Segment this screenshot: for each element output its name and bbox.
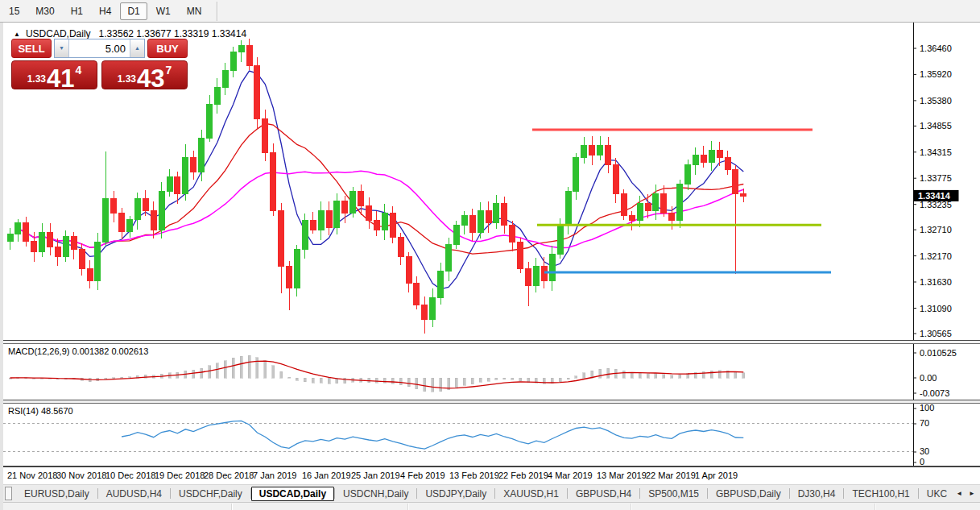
date-tick-label: 4 Feb 2019 bbox=[400, 471, 445, 480]
tab-scroll-right-icon[interactable]: ► bbox=[969, 490, 975, 497]
chart-tab-xauusd-h1[interactable]: XAUUSD,H1 bbox=[495, 487, 567, 501]
date-axis[interactable]: 21 Nov 201830 Nov 201810 Dec 201819 Dec … bbox=[3, 466, 980, 484]
volume-increase-icon[interactable]: ▲ bbox=[130, 39, 144, 57]
buy-button[interactable]: BUY bbox=[147, 39, 188, 58]
chart-tab-audusd-h4[interactable]: AUDUSD,H4 bbox=[98, 487, 170, 501]
chart-tab-bar: EURUSD,DailyAUDUSD,H4USDCHF,DailyUSDCAD,… bbox=[3, 484, 980, 502]
chart-tab-usdcnh-daily[interactable]: USDCNH,Daily bbox=[335, 487, 416, 501]
current-price-label: 1.33414 bbox=[918, 191, 951, 201]
tab-scroll-left-icon[interactable]: ◄ bbox=[956, 490, 962, 497]
volume-decrease-icon[interactable]: ▼ bbox=[55, 39, 69, 57]
status-divider bbox=[231, 504, 233, 510]
collapse-triangle-icon[interactable]: ▲ bbox=[14, 31, 20, 38]
buy-price-main: 43 bbox=[137, 66, 164, 91]
date-tick-label: 25 Jan 2019 bbox=[351, 471, 400, 480]
rsi-scale-label: 0 bbox=[920, 457, 924, 466]
chart-symbol-label: USDCAD,Daily bbox=[26, 28, 91, 39]
price-tick-label: 1.30565 bbox=[920, 329, 952, 338]
chart-workspace: ▲USDCAD,Daily1.33562 1.33677 1.33319 1.3… bbox=[0, 23, 980, 510]
chart-tab-dj30-h4[interactable]: DJ30,H4 bbox=[790, 487, 844, 501]
chart-header: ▲USDCAD,Daily1.33562 1.33677 1.33319 1.3… bbox=[14, 28, 246, 39]
timeframe-bar-buttons: 15M30H1H4D1W1MN bbox=[2, 2, 210, 20]
price-tick-label: 1.33775 bbox=[920, 173, 952, 183]
volume-input[interactable] bbox=[69, 39, 130, 57]
date-tick-label: 16 Jan 2019 bbox=[302, 471, 351, 480]
rsi-panel[interactable]: RSI(14) 48.5670 10070300 bbox=[3, 404, 980, 466]
buy-price-prefix: 1.33 bbox=[118, 73, 136, 89]
price-tick-label: 1.35920 bbox=[920, 69, 952, 79]
date-tick-label: 22 Mar 2019 bbox=[646, 471, 696, 480]
timeframe-button-d1[interactable]: D1 bbox=[120, 2, 147, 20]
tab-strip-edge bbox=[5, 487, 12, 500]
main-chart-panel[interactable]: ▲USDCAD,Daily1.33562 1.33677 1.33319 1.3… bbox=[3, 23, 980, 341]
chart-tab-usdjpy-daily[interactable]: USDJPY,Daily bbox=[417, 487, 494, 501]
chart-ohlc-quotes: 1.33562 1.33677 1.33319 1.33414 bbox=[99, 28, 247, 39]
macd-scale-label: -0.0073 bbox=[920, 388, 949, 398]
chart-tab-gbpusd-h4[interactable]: GBPUSD,H4 bbox=[568, 487, 639, 501]
price-tick-label: 1.34855 bbox=[920, 121, 952, 131]
status-bar bbox=[3, 502, 980, 510]
toolbar-separator bbox=[217, 2, 218, 21]
macd-subwindow: MACD(12,26,9) 0.001382 0.002613 0.010525… bbox=[3, 344, 980, 400]
price-tick-label: 1.34315 bbox=[920, 147, 952, 157]
chart-tab-usdchf-daily[interactable]: USDCHF,Daily bbox=[171, 487, 250, 501]
chart-tabs: EURUSD,DailyAUDUSD,H4USDCHF,DailyUSDCAD,… bbox=[16, 487, 947, 501]
rsi-scale-label: 100 bbox=[920, 404, 934, 413]
macd-panel[interactable]: MACD(12,26,9) 0.001382 0.002613 0.010525… bbox=[3, 344, 980, 400]
sell-price-main: 41 bbox=[47, 66, 74, 91]
date-tick-label: 21 Nov 2018 bbox=[7, 471, 57, 480]
chart-tab-tech100-h1[interactable]: TECH100,H1 bbox=[844, 487, 917, 501]
date-tick-label: 22 Feb 2019 bbox=[498, 471, 548, 480]
sell-price-pip: 4 bbox=[76, 64, 82, 89]
status-divider bbox=[875, 504, 876, 510]
date-tick-label: 28 Dec 2018 bbox=[204, 471, 254, 480]
price-tick-label: 1.31090 bbox=[920, 304, 952, 313]
date-tick-label: 30 Nov 2018 bbox=[56, 471, 106, 480]
date-tick-label: 13 Feb 2019 bbox=[449, 471, 499, 480]
one-click-trade-panel: SELL ▼ ▲ BUY 1.33 41 4 1.33 43 7 bbox=[11, 39, 190, 89]
macd-scale-label: 0.010525 bbox=[920, 348, 957, 358]
buy-price-tile[interactable]: 1.33 43 7 bbox=[101, 60, 188, 89]
chart-tab-gbpusd-daily[interactable]: GBPUSD,Daily bbox=[708, 487, 789, 501]
volume-spinner: ▼ ▲ bbox=[54, 39, 145, 58]
rsi-scale-label: 30 bbox=[920, 446, 929, 456]
rsi-indicator-label: RSI(14) 48.5670 bbox=[8, 406, 73, 416]
sell-button[interactable]: SELL bbox=[11, 39, 52, 58]
date-tick-label: 4 Mar 2019 bbox=[548, 471, 593, 480]
timeframe-button-m30[interactable]: M30 bbox=[28, 2, 61, 20]
buy-price-pip: 7 bbox=[166, 64, 172, 89]
timeframe-button-mn[interactable]: MN bbox=[180, 2, 209, 20]
price-tick-label: 1.35380 bbox=[920, 96, 952, 106]
timeframe-button-15[interactable]: 15 bbox=[2, 2, 27, 20]
macd-indicator-label: MACD(12,26,9) 0.001382 0.002613 bbox=[8, 346, 148, 356]
status-divider bbox=[631, 504, 632, 510]
price-tick-label: 1.32170 bbox=[920, 251, 952, 261]
timeframe-button-w1[interactable]: W1 bbox=[149, 2, 178, 20]
timeframe-button-h4[interactable]: H4 bbox=[92, 2, 118, 20]
chart-tab-ukc[interactable]: UKC bbox=[919, 487, 947, 501]
rsi-subwindow: RSI(14) 48.5670 10070300 bbox=[3, 404, 980, 466]
price-tick-label: 1.36460 bbox=[920, 44, 952, 53]
timeframe-button-h1[interactable]: H1 bbox=[64, 2, 90, 20]
date-tick-label: 10 Dec 2018 bbox=[105, 471, 155, 480]
date-tick-label: 1 Apr 2019 bbox=[695, 471, 738, 480]
date-tick-label: 19 Dec 2018 bbox=[155, 471, 205, 480]
chart-tab-usdcad-daily[interactable]: USDCAD,Daily bbox=[251, 487, 334, 501]
date-tick-label: 7 Jan 2019 bbox=[253, 471, 296, 480]
status-divider bbox=[407, 504, 409, 510]
date-tick-label: 13 Mar 2019 bbox=[597, 471, 647, 480]
macd-chart-canvas[interactable]: 0.0105250.00-0.0073 bbox=[3, 344, 980, 400]
chart-tab-sp500-m15[interactable]: SP500,M15 bbox=[640, 487, 707, 501]
macd-scale-label: 0.00 bbox=[920, 373, 937, 383]
chart-tab-eurusd-daily[interactable]: EURUSD,Daily bbox=[16, 487, 97, 501]
rsi-scale-label: 70 bbox=[920, 418, 929, 428]
sell-price-prefix: 1.33 bbox=[27, 73, 46, 89]
price-tick-label: 1.31630 bbox=[920, 277, 952, 287]
sell-price-tile[interactable]: 1.33 41 4 bbox=[11, 60, 97, 89]
tab-scroll-arrows: ◄ ► bbox=[956, 490, 980, 497]
price-tick-label: 1.32710 bbox=[920, 225, 952, 234]
timeframe-toolbar: 15M30H1H4D1W1MN bbox=[0, 0, 980, 23]
rsi-chart-canvas[interactable]: 10070300 bbox=[3, 404, 980, 466]
